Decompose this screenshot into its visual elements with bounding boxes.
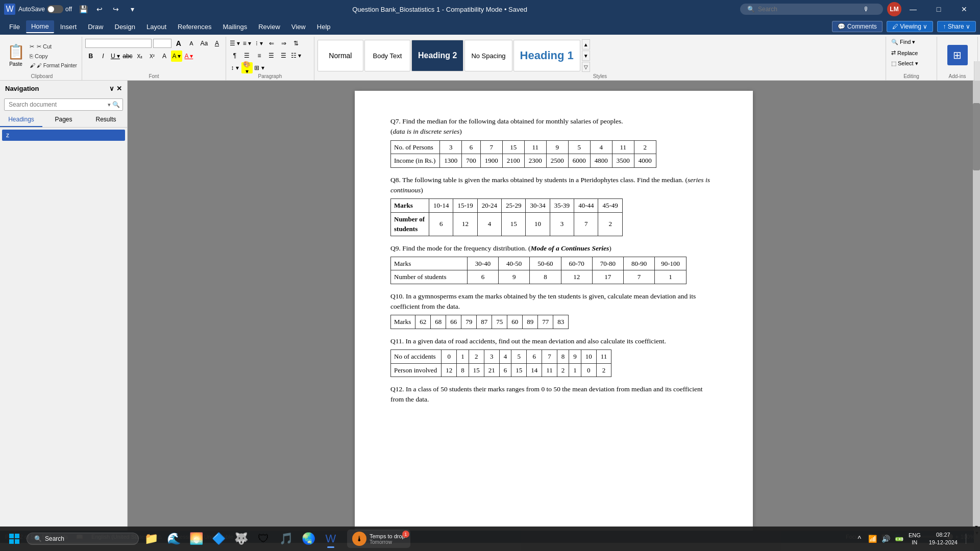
doc-scrollbar[interactable]: ▼	[973, 81, 980, 531]
subscript-button[interactable]: X₂	[134, 51, 145, 62]
highlight-button[interactable]: A ▾	[171, 51, 182, 62]
nav-search-dropdown[interactable]: ▾	[108, 102, 111, 108]
document-area[interactable]: Q7. Find the median for the following da…	[128, 81, 980, 531]
line-spacing-button[interactable]: ↕ ▾	[229, 62, 240, 73]
nav-close-icon[interactable]: ✕	[116, 85, 122, 92]
align-right-button[interactable]: ☰	[266, 50, 277, 61]
style-bodytext-button[interactable]: Body Text	[364, 40, 410, 71]
comments-button[interactable]: 💬 Comments	[832, 21, 882, 32]
taskbar-browser[interactable]: 🌏	[298, 529, 318, 549]
share-button[interactable]: ↑ Share ∨	[937, 21, 976, 32]
start-button[interactable]	[4, 529, 24, 549]
autosave-toggle[interactable]	[47, 5, 63, 13]
viewing-button[interactable]: 🖊 Viewing ∨	[887, 21, 933, 32]
font-size-input[interactable]: 11	[153, 39, 172, 48]
redo-button[interactable]: ↪	[109, 2, 123, 16]
menu-view[interactable]: View	[286, 21, 311, 33]
decrease-indent-button[interactable]: ⇐	[266, 38, 277, 49]
menu-help[interactable]: Help	[312, 21, 336, 33]
font-shrink-button[interactable]: A	[186, 38, 197, 49]
taskbar-blue-app[interactable]: 🔷	[208, 529, 229, 549]
nav-tab-pages[interactable]: Pages	[42, 113, 85, 127]
addins-button[interactable]: ⊞	[947, 45, 968, 65]
nav-tab-results[interactable]: Results	[85, 113, 127, 127]
menu-insert[interactable]: Insert	[55, 21, 82, 33]
paste-button[interactable]: 📋 Paste	[5, 41, 27, 69]
network-icon[interactable]: 📶	[868, 534, 878, 544]
customize-quick-access[interactable]: ▾	[125, 2, 139, 16]
clock[interactable]: 08:27 19-12-2024	[925, 531, 962, 547]
find-button[interactable]: 🔍 Find ▾	[889, 38, 917, 46]
style-heading1-button[interactable]: Heading 1	[513, 40, 580, 71]
col-layout-button[interactable]: ☷ ▾	[290, 50, 302, 61]
format-painter-button[interactable]: 🖌🖌 Format Painter	[28, 61, 79, 69]
styles-scroll-up[interactable]: ▲	[582, 39, 590, 49]
cut-button[interactable]: ✂✂ Cut	[28, 42, 79, 51]
sort-button[interactable]: ⇅	[290, 38, 302, 49]
multilevel-button[interactable]: ⁝ ▾	[254, 38, 265, 49]
language-indicator[interactable]: ENGIN	[909, 532, 921, 546]
show-desktop-button[interactable]	[966, 534, 976, 544]
battery-icon[interactable]: 🔋	[894, 534, 904, 544]
show-hide-button[interactable]: ¶	[229, 50, 240, 61]
replace-button[interactable]: ⇄ Replace	[889, 48, 920, 57]
align-center-button[interactable]: ≡	[254, 50, 265, 61]
select-button[interactable]: ⬚ Select ▾	[889, 59, 920, 68]
notification-item[interactable]: 🌡 Temps to drop Tomorrow 1	[347, 530, 410, 548]
shading-button[interactable]: 🎨 ▾	[241, 62, 253, 73]
justify-button[interactable]: ☰	[278, 50, 289, 61]
taskbar-file-manager[interactable]: 📁	[141, 529, 161, 549]
title-search-box[interactable]: 🔍 🎙	[740, 4, 883, 15]
styles-scroll-down[interactable]: ▼	[582, 51, 590, 61]
style-nospacing-button[interactable]: No Spacing	[464, 40, 512, 71]
title-search-input[interactable]	[758, 6, 860, 13]
borders-button[interactable]: ⊞ ▾	[254, 62, 265, 73]
nav-collapse-icon[interactable]: ∨	[109, 85, 114, 92]
nav-search-input[interactable]	[4, 98, 123, 111]
taskbar-edge[interactable]: 🌊	[163, 529, 184, 549]
font-color-button[interactable]: A ▾	[183, 51, 194, 62]
copy-button[interactable]: ⎘Copy	[28, 52, 79, 60]
taskbar-dev-home[interactable]: 🐺	[231, 529, 251, 549]
nav-tab-headings[interactable]: Headings	[0, 113, 42, 127]
microphone-icon[interactable]: 🎙	[863, 6, 869, 13]
menu-review[interactable]: Review	[253, 21, 285, 33]
superscript-button[interactable]: X²	[146, 51, 158, 62]
taskbar-photos[interactable]: 🌅	[186, 529, 206, 549]
doc-scroll-thumb[interactable]	[973, 103, 980, 170]
italic-button[interactable]: I	[97, 51, 109, 62]
menu-design[interactable]: Design	[110, 21, 140, 33]
font-family-input[interactable]	[85, 39, 152, 48]
undo-button[interactable]: ↩	[92, 2, 107, 16]
taskbar-word[interactable]: W	[321, 529, 341, 549]
taskbar-search[interactable]: 🔍 Search	[27, 533, 139, 545]
bullets-button[interactable]: ☰ ▾	[229, 38, 240, 49]
volume-icon[interactable]: 🔊	[881, 534, 891, 544]
nav-selected-item[interactable]: z	[2, 130, 125, 141]
nav-search[interactable]: 🔍 ▾	[4, 98, 123, 111]
numbering-button[interactable]: ≡ ▾	[241, 38, 253, 49]
strikethrough-button[interactable]: abc	[122, 51, 133, 62]
menu-references[interactable]: References	[173, 21, 216, 33]
menu-home[interactable]: Home	[26, 20, 54, 33]
minimize-button[interactable]: —	[901, 2, 925, 17]
align-left-button[interactable]: ☰	[241, 50, 253, 61]
menu-layout[interactable]: Layout	[141, 21, 172, 33]
menu-mailings[interactable]: Mailings	[218, 21, 253, 33]
styles-expand[interactable]: ▽	[582, 62, 590, 72]
save-button[interactable]: 💾	[76, 2, 90, 16]
tray-overflow[interactable]: ^	[854, 534, 865, 544]
style-normal-button[interactable]: Normal	[317, 40, 363, 71]
clear-format-button[interactable]: A	[211, 38, 223, 49]
font-grow-button[interactable]: A	[173, 38, 184, 49]
taskbar-security[interactable]: 🛡	[253, 529, 274, 549]
increase-indent-button[interactable]: ⇒	[278, 38, 289, 49]
underline-button[interactable]: U ▾	[110, 51, 121, 62]
text-effects-button[interactable]: A	[159, 51, 170, 62]
maximize-button[interactable]: □	[927, 2, 950, 17]
menu-file[interactable]: File	[4, 21, 25, 33]
taskbar-spotify[interactable]: 🎵	[276, 529, 296, 549]
close-button[interactable]: ✕	[952, 2, 976, 17]
menu-draw[interactable]: Draw	[83, 21, 108, 33]
style-heading2-button[interactable]: Heading 2	[411, 40, 463, 71]
